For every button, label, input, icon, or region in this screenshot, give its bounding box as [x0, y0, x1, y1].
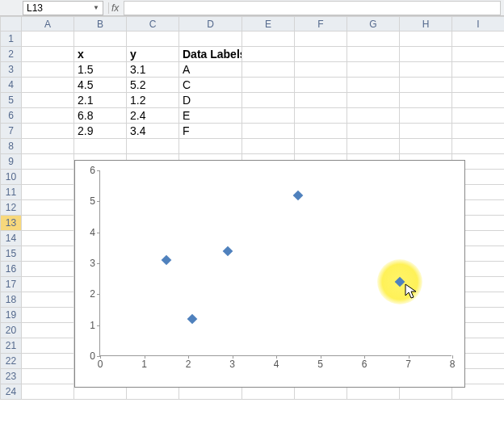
select-all-corner[interactable]	[1, 17, 22, 31]
formula-input[interactable]	[124, 1, 501, 15]
cell-I1[interactable]	[452, 31, 505, 47]
cell-B7[interactable]: 2.9	[74, 124, 127, 139]
cell-F1[interactable]	[295, 31, 347, 47]
cell-E7[interactable]	[242, 124, 295, 139]
cell-A20[interactable]	[22, 323, 74, 338]
cell-D5[interactable]: D	[179, 93, 242, 108]
cell-G4[interactable]	[347, 78, 400, 93]
chart-plot-area[interactable]: 0123456012345678	[99, 170, 452, 356]
cell-H7[interactable]	[400, 124, 452, 139]
cell-G6[interactable]	[347, 108, 400, 124]
cell-H4[interactable]	[400, 78, 452, 93]
row-header-9[interactable]: 9	[1, 154, 22, 170]
row-header-2[interactable]: 2	[1, 47, 22, 62]
row-header-22[interactable]: 22	[1, 354, 22, 369]
cell-F7[interactable]	[295, 124, 347, 139]
cell-I6[interactable]	[452, 108, 505, 124]
cell-C5[interactable]: 1.2	[127, 93, 179, 108]
cell-G5[interactable]	[347, 93, 400, 108]
cell-A1[interactable]	[22, 31, 74, 47]
cell-F5[interactable]	[295, 93, 347, 108]
cell-A16[interactable]	[22, 262, 74, 277]
cell-C2[interactable]: y	[127, 47, 179, 62]
cell-D3[interactable]: A	[179, 62, 242, 78]
cell-G8[interactable]	[347, 139, 400, 154]
col-header-F[interactable]: F	[295, 17, 347, 31]
cell-A18[interactable]	[22, 292, 74, 308]
cell-C8[interactable]	[127, 139, 179, 154]
cell-E8[interactable]	[242, 139, 295, 154]
name-box-dropdown-icon[interactable]: ▼	[93, 4, 99, 11]
cell-D6[interactable]: E	[179, 108, 242, 124]
col-header-G[interactable]: G	[347, 17, 400, 31]
cell-G1[interactable]	[347, 31, 400, 47]
row-header-17[interactable]: 17	[1, 277, 22, 292]
row-header-3[interactable]: 3	[1, 62, 22, 78]
cell-F2[interactable]	[295, 47, 347, 62]
cell-A19[interactable]	[22, 308, 74, 323]
cell-I3[interactable]	[452, 62, 505, 78]
cell-A12[interactable]	[22, 200, 74, 216]
col-header-C[interactable]: C	[127, 17, 179, 31]
row-header-10[interactable]: 10	[1, 170, 22, 185]
cell-H8[interactable]	[400, 139, 452, 154]
cell-D1[interactable]	[179, 31, 242, 47]
cell-E1[interactable]	[242, 31, 295, 47]
data-point[interactable]	[223, 245, 233, 256]
chart[interactable]: 0123456012345678	[74, 160, 465, 388]
row-header-16[interactable]: 16	[1, 262, 22, 277]
cell-A11[interactable]	[22, 185, 74, 200]
cell-E2[interactable]	[242, 47, 295, 62]
row-header-15[interactable]: 15	[1, 246, 22, 262]
cell-F8[interactable]	[295, 139, 347, 154]
cell-A10[interactable]	[22, 170, 74, 185]
cell-A5[interactable]	[22, 93, 74, 108]
cell-A15[interactable]	[22, 246, 74, 262]
cell-H3[interactable]	[400, 62, 452, 78]
row-header-20[interactable]: 20	[1, 323, 22, 338]
cell-C1[interactable]	[127, 31, 179, 47]
cell-A3[interactable]	[22, 62, 74, 78]
row-header-24[interactable]: 24	[1, 384, 22, 400]
col-header-E[interactable]: E	[242, 17, 295, 31]
cell-B3[interactable]: 1.5	[74, 62, 127, 78]
cell-D7[interactable]: F	[179, 124, 242, 139]
cell-B8[interactable]	[74, 139, 127, 154]
row-header-12[interactable]: 12	[1, 200, 22, 216]
row-header-14[interactable]: 14	[1, 231, 22, 246]
row-header-5[interactable]: 5	[1, 93, 22, 108]
cell-H1[interactable]	[400, 31, 452, 47]
row-header-18[interactable]: 18	[1, 292, 22, 308]
cell-H5[interactable]	[400, 93, 452, 108]
data-point[interactable]	[187, 314, 198, 325]
cell-A14[interactable]	[22, 231, 74, 246]
row-header-11[interactable]: 11	[1, 185, 22, 200]
cell-A24[interactable]	[22, 384, 74, 400]
cell-E6[interactable]	[242, 108, 295, 124]
row-header-21[interactable]: 21	[1, 338, 22, 354]
cell-D8[interactable]	[179, 139, 242, 154]
cell-B4[interactable]: 4.5	[74, 78, 127, 93]
cell-I5[interactable]	[452, 93, 505, 108]
row-header-4[interactable]: 4	[1, 78, 22, 93]
cell-C7[interactable]: 3.4	[127, 124, 179, 139]
cell-B5[interactable]: 2.1	[74, 93, 127, 108]
col-header-B[interactable]: B	[74, 17, 127, 31]
cell-A9[interactable]	[22, 154, 74, 170]
row-header-13[interactable]: 13	[1, 216, 22, 231]
row-header-19[interactable]: 19	[1, 308, 22, 323]
row-header-6[interactable]: 6	[1, 108, 22, 124]
cell-B1[interactable]	[74, 31, 127, 47]
col-header-I[interactable]: I	[452, 17, 505, 31]
cell-I7[interactable]	[452, 124, 505, 139]
cell-D4[interactable]: C	[179, 78, 242, 93]
col-header-H[interactable]: H	[400, 17, 452, 31]
cell-A17[interactable]	[22, 277, 74, 292]
cell-C3[interactable]: 3.1	[127, 62, 179, 78]
row-header-1[interactable]: 1	[1, 31, 22, 47]
cell-F4[interactable]	[295, 78, 347, 93]
cell-A4[interactable]	[22, 78, 74, 93]
cell-A13[interactable]	[22, 216, 74, 231]
cell-I4[interactable]	[452, 78, 505, 93]
cell-E5[interactable]	[242, 93, 295, 108]
